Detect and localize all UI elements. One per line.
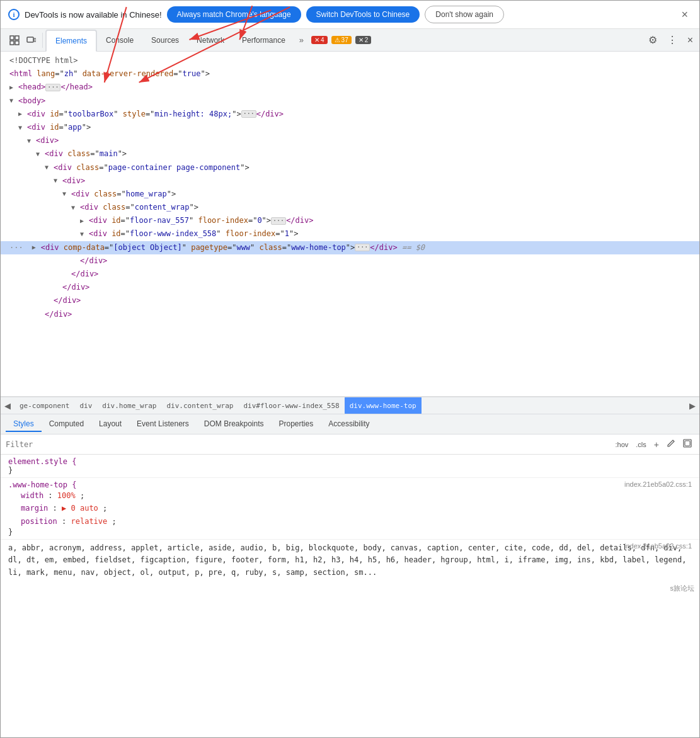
dom-line[interactable]: </div> [1, 308, 699, 321]
dom-line[interactable]: </div> [1, 281, 699, 294]
inspect-icon[interactable] [7, 33, 22, 48]
breadcrumb-bar: ◀ ge-component div div.home_wrap div.con… [1, 397, 699, 414]
svg-rect-9 [27, 37, 33, 42]
styles-panel[interactable]: :hov .cls + element.style { } [1, 434, 699, 674]
svg-rect-5 [10, 36, 14, 40]
error-icon: ✕ [314, 37, 319, 43]
inspect-style-button[interactable] [680, 438, 694, 451]
notification-close-button[interactable]: × [677, 7, 692, 23]
css-close-brace-2: } [8, 528, 692, 536]
css-selector-line[interactable]: element.style { [8, 457, 692, 466]
bottom-label: s旅论坛 [1, 581, 699, 596]
breadcrumb-items: ge-component div div.home_wrap div.conte… [14, 397, 686, 414]
dom-line[interactable]: ▼ <div class="main"> [1, 147, 699, 161]
error-badge: ✕ 4 [311, 36, 328, 44]
warning-badge: ⚠ 37 [331, 36, 352, 44]
css-block-www-home-top: .www-home-top { index.21eb5a02.css:1 wid… [1, 478, 699, 540]
tab-event-listeners[interactable]: Event Listeners [129, 417, 197, 432]
breadcrumb-item-div[interactable]: div [74, 397, 97, 414]
add-style-button[interactable]: + [651, 438, 662, 451]
devtools-container: i DevTools is now available in Chinese! … [0, 0, 700, 738]
tab-performance[interactable]: Performance [233, 29, 294, 52]
dom-line[interactable]: ▼ <div class="page-container page-compon… [1, 161, 699, 174]
cls-button[interactable]: .cls [633, 440, 649, 450]
tab-right-icons: ⚙ ⋮ × [645, 31, 697, 48]
css-block-element-style: element.style { } [1, 455, 699, 478]
settings-button[interactable]: ⚙ [645, 31, 661, 48]
css-prop-position[interactable]: position : relative ; [8, 515, 692, 528]
dom-line-selected[interactable]: ··· ▶ <div comp-data="[object Object]" p… [1, 241, 699, 254]
dark-icon: ✕ [359, 37, 364, 43]
dom-line[interactable]: ▼ <div> [1, 174, 699, 188]
notification-bar: i DevTools is now available in Chinese! … [1, 1, 699, 29]
dom-line[interactable]: <html lang="zh" data-server-rendered="tr… [1, 67, 699, 81]
dom-line[interactable]: ▶ <div id="toolbarBox" style="min-height… [1, 108, 699, 121]
filter-input[interactable] [6, 440, 608, 449]
tab-elements[interactable]: Elements [45, 30, 97, 52]
filter-buttons: :hov .cls + [613, 438, 694, 451]
dont-show-again-button[interactable]: Don't show again [425, 6, 504, 23]
badge-group: ✕ 4 ⚠ 37 ✕ 2 [311, 36, 371, 44]
svg-rect-6 [15, 41, 19, 45]
elements-tree[interactable]: <!DOCTYPE html> <html lang="zh" data-ser… [1, 52, 699, 396]
switch-chinese-button[interactable]: Switch DevTools to Chinese [306, 6, 420, 23]
tab-computed[interactable]: Computed [42, 417, 91, 432]
dom-line[interactable]: ▶ <div id="floor-nav_557" floor-index="0… [1, 214, 699, 227]
dom-line[interactable]: </div> [1, 254, 699, 268]
css-selector-rule: a, abbr, acronym, address, applet, artic… [1, 540, 699, 581]
dom-line[interactable]: ▼ <div class="home_wrap"> [1, 188, 699, 201]
device-toggle-icon[interactable] [23, 33, 38, 48]
tab-sources[interactable]: Sources [142, 29, 188, 52]
hov-button[interactable]: :hov [613, 440, 631, 450]
breadcrumb-item-page-component[interactable]: ge-component [14, 397, 74, 414]
dom-line[interactable]: <!DOCTYPE html> [1, 54, 699, 67]
dom-line[interactable]: </div> [1, 294, 699, 307]
svg-rect-12 [685, 441, 690, 446]
elements-panel: <!DOCTYPE html> <html lang="zh" data-ser… [1, 52, 699, 397]
tab-styles[interactable]: Styles [6, 417, 42, 432]
css-selector-rule-block: index.21eb5a02.css:1 a, abbr, acronym, a… [1, 540, 699, 581]
tab-layout[interactable]: Layout [91, 417, 129, 432]
tab-accessibility[interactable]: Accessibility [321, 417, 377, 432]
css-prop-margin[interactable]: margin : ▶ 0 auto ; [8, 502, 692, 514]
tab-bar: Elements Console Sources Network Perform… [1, 29, 699, 52]
tab-dom-breakpoints[interactable]: DOM Breakpoints [197, 417, 272, 432]
tab-network[interactable]: Network [188, 29, 233, 52]
dom-line[interactable]: ▶ <head> ··· </head> [1, 81, 699, 94]
edit-style-button[interactable] [664, 438, 678, 451]
css-close-brace: } [8, 466, 692, 475]
dom-line[interactable]: ▼ <div id="floor-www-index_558" floor-in… [1, 227, 699, 241]
svg-rect-7 [10, 41, 14, 45]
filter-bar: :hov .cls + [1, 434, 699, 455]
dom-line[interactable]: ▼ <div class="content_wrap"> [1, 201, 699, 214]
dom-line[interactable]: ▼ <div id="app"> [1, 121, 699, 134]
css-prop-width[interactable]: width : 100% ; [8, 489, 692, 502]
svg-rect-10 [34, 38, 36, 42]
dom-line[interactable]: ▼ <div> [1, 134, 699, 147]
svg-rect-8 [15, 36, 19, 40]
breadcrumb-left-button[interactable]: ◀ [1, 397, 14, 414]
breadcrumb-item-content-wrap[interactable]: div.content_wrap [161, 397, 238, 414]
more-options-button[interactable]: ⋮ [663, 31, 681, 48]
dom-line[interactable]: ▼ <body> [1, 94, 699, 108]
styles-tabs: Styles Computed Layout Event Listeners D… [1, 414, 699, 434]
more-tabs-button[interactable]: » [294, 33, 309, 47]
info-icon: i [8, 9, 20, 20]
tab-properties[interactable]: Properties [272, 417, 321, 432]
match-language-button[interactable]: Always match Chrome's language [167, 6, 301, 23]
close-devtools-button[interactable]: × [684, 32, 697, 48]
warning-icon: ⚠ [335, 37, 340, 43]
notification-text: DevTools is now available in Chinese! [25, 10, 162, 20]
breadcrumb-right-button[interactable]: ▶ [686, 397, 699, 414]
breadcrumb-item-www-home-top[interactable]: div.www-home-top [345, 397, 422, 414]
breadcrumb-item-home-wrap[interactable]: div.home_wrap [97, 397, 161, 414]
dom-line[interactable]: </div> [1, 268, 699, 281]
tab-icon-group [3, 33, 43, 48]
css-selector-line-2[interactable]: .www-home-top { index.21eb5a02.css:1 [8, 480, 692, 489]
dark-badge: ✕ 2 [355, 36, 372, 44]
tab-console[interactable]: Console [97, 29, 142, 52]
breadcrumb-item-floor-www[interactable]: div#floor-www-index_558 [238, 397, 344, 414]
